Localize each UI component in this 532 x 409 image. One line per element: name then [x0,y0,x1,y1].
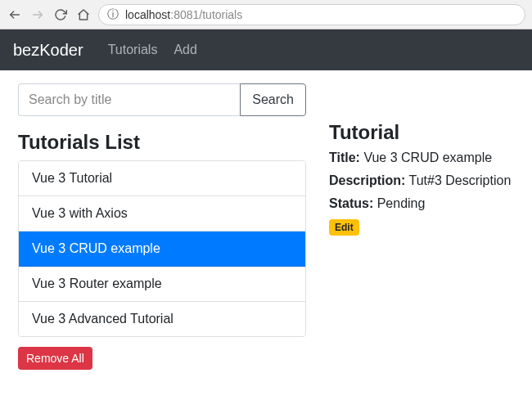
url-port: :8081 [170,8,199,21]
main-container: Search Tutorials List Vue 3 Tutorial Vue… [0,70,532,383]
detail-status-row: Status: Pending [329,196,514,211]
tutorials-list: Vue 3 Tutorial Vue 3 with Axios Vue 3 CR… [18,160,306,337]
url-text: localhost:8081/tutorials [125,8,242,21]
list-item[interactable]: Vue 3 CRUD example [19,231,305,267]
list-item[interactable]: Vue 3 Tutorial [19,161,305,196]
browser-toolbar: ⓘ localhost:8081/tutorials [0,0,532,29]
detail-description-label: Description: [329,173,405,187]
search-button[interactable]: Search [240,83,306,116]
list-item[interactable]: Vue 3 Advanced Tutorial [19,302,305,336]
back-button[interactable] [7,7,23,23]
remove-all-button[interactable]: Remove All [18,347,92,370]
home-icon [77,8,90,21]
url-path: /tutorials [199,8,242,21]
address-bar[interactable]: ⓘ localhost:8081/tutorials [98,4,525,25]
nav-link-add[interactable]: Add [174,43,196,57]
detail-title-row: Title: Vue 3 CRUD example [329,151,514,165]
arrow-left-icon [8,8,21,21]
edit-button[interactable]: Edit [329,219,359,236]
list-item[interactable]: Vue 3 Router example [19,267,305,302]
detail-title-value: Vue 3 CRUD example [363,151,492,164]
detail-status-label: Status: [329,196,373,210]
app-navbar: bezKoder Tutorials Add [0,29,532,70]
reload-icon [54,8,67,21]
forward-button[interactable] [29,7,46,23]
detail-description-row: Description: Tut#3 Description [329,173,514,188]
search-input[interactable] [18,83,240,116]
list-heading: Tutorials List [18,131,306,154]
search-row: Search [18,83,306,116]
brand-link[interactable]: bezKoder [13,41,83,60]
left-column: Search Tutorials List Vue 3 Tutorial Vue… [18,83,306,370]
detail-description-value: Tut#3 Description [409,173,512,187]
right-column: Tutorial Title: Vue 3 CRUD example Descr… [329,83,514,370]
list-item[interactable]: Vue 3 with Axios [19,196,305,231]
detail-status-value: Pending [377,196,426,210]
detail-heading: Tutorial [329,121,514,144]
info-icon: ⓘ [107,7,119,22]
detail-title-label: Title: [329,151,360,164]
nav-link-tutorials[interactable]: Tutorials [108,43,158,57]
reload-button[interactable] [52,7,69,23]
url-host: localhost [125,8,170,21]
arrow-right-icon [31,8,44,21]
home-button[interactable] [75,7,92,23]
